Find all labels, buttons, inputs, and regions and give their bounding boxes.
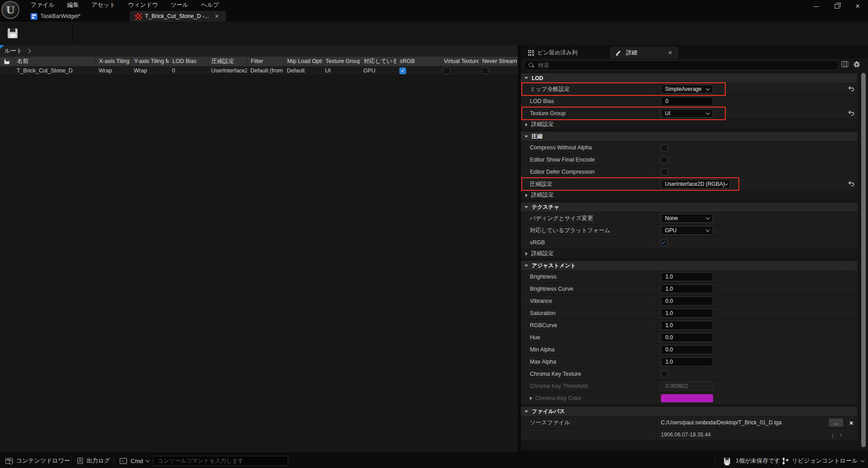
reset-column	[845, 142, 857, 153]
column-header[interactable]	[0, 57, 14, 66]
property-dropdown[interactable]: SimpleAverage	[661, 85, 713, 94]
restore-button[interactable]	[827, 0, 847, 13]
property-value: 1.0	[657, 356, 845, 368]
property-row: パディングとサイズ変更None	[521, 212, 857, 225]
table-row[interactable]: T_Brick_Cut_Stone_DWrapWrap0UserInterfac…	[0, 66, 518, 76]
column-header[interactable]: Y-axis Tiling Method	[131, 57, 169, 66]
console-command-input[interactable]	[153, 456, 288, 466]
advanced-settings-row[interactable]: 詳細設定	[521, 120, 857, 130]
close-button[interactable]: ×	[847, 0, 868, 13]
property-label-text: sRGB	[530, 239, 545, 246]
menu-item-5[interactable]: ヘルプ	[195, 0, 226, 10]
menu-item-0[interactable]: ファイル	[24, 0, 61, 10]
column-header[interactable]: Texture Group	[322, 57, 360, 66]
reset-to-default-button[interactable]	[848, 109, 854, 117]
property-dropdown[interactable]: UserInterface2D (RGBA)	[661, 180, 730, 189]
column-header[interactable]: Never Stream	[479, 57, 518, 66]
section-header-3[interactable]: アジャストメント	[521, 261, 857, 271]
property-input[interactable]: 0.0	[661, 333, 713, 342]
menu-item-1[interactable]: 編集	[61, 0, 85, 10]
checkbox-unchecked[interactable]	[661, 169, 668, 176]
revision-control-icon	[782, 458, 788, 464]
column-header[interactable]: 圧縮設定	[208, 57, 247, 66]
checkbox-unchecked[interactable]	[661, 157, 668, 163]
cmd-dropdown[interactable]: >_ Cmd	[120, 453, 149, 468]
column-header[interactable]: 対応しているプラットフォーム	[360, 57, 396, 66]
column-header[interactable]: LOD Bias	[169, 57, 208, 66]
section-header-0[interactable]: LOD	[521, 73, 857, 83]
details-properties: LODミップ全般設定SimpleAverageLOD Bias0Texture …	[521, 72, 857, 449]
menu-item-4[interactable]: ツール	[164, 0, 195, 10]
minimize-button[interactable]	[806, 0, 827, 13]
arrow-up-icon[interactable]: ↑	[840, 432, 843, 438]
property-dropdown[interactable]: UI	[661, 109, 713, 118]
tab-close-icon[interactable]: ×	[215, 13, 218, 20]
browse-button[interactable]: ...	[829, 418, 843, 427]
section-header-2[interactable]: テクスチャ	[521, 202, 857, 212]
section-header-1[interactable]: 圧縮	[521, 132, 857, 142]
property-input[interactable]: 1.0	[661, 272, 713, 281]
color-swatch[interactable]	[661, 394, 713, 402]
checkbox-unchecked[interactable]	[661, 371, 668, 378]
column-header[interactable]: X-axis Tiling Method	[95, 57, 131, 66]
reset-to-default-button[interactable]	[848, 180, 854, 188]
menu-item-3[interactable]: ウィンドウ	[122, 0, 164, 10]
advanced-settings-row[interactable]: 詳細設定	[521, 249, 857, 259]
asset-tab-bar: TaskBarWidget* T_Brick_Cut_Stone_D -... …	[0, 10, 868, 22]
unsaved-status-button[interactable]: 1個が未保存です	[722, 453, 780, 468]
save-button[interactable]	[5, 26, 20, 41]
clear-path-button[interactable]: ×	[850, 419, 854, 426]
property-input[interactable]: 0.0	[661, 345, 713, 354]
unreal-engine-logo[interactable]: U	[1, 1, 19, 19]
property-dropdown[interactable]: GPU	[661, 226, 713, 235]
property-label: Chroma Key Threshold	[521, 380, 657, 392]
property-input[interactable]: 0.0	[661, 297, 713, 306]
checkbox-checked[interactable]	[399, 68, 406, 74]
checkbox-unchecked[interactable]	[482, 68, 488, 74]
checkbox-unchecked[interactable]	[661, 144, 668, 151]
checkbox-unchecked[interactable]	[443, 68, 450, 74]
tab-taskbarwidget[interactable]: TaskBarWidget*	[25, 11, 86, 22]
property-input[interactable]: 1.0	[661, 309, 713, 318]
arrow-down-icon[interactable]: ↓	[831, 432, 834, 438]
search-box[interactable]	[524, 60, 839, 70]
scrollbar-track[interactable]	[861, 73, 866, 447]
expand-triangle-icon[interactable]	[530, 396, 532, 400]
property-row: Max Alpha1.0	[521, 356, 857, 368]
checkbox-checked[interactable]	[661, 239, 668, 246]
content-drawer-button[interactable]: コンテンツドロワー	[5, 453, 70, 468]
collapse-triangle-icon	[524, 206, 528, 208]
property-row: Min Alpha0.0	[521, 344, 857, 356]
reset-column	[845, 283, 857, 295]
property-label-text: パディングとサイズ変更	[530, 215, 593, 222]
advanced-settings-label: 詳細設定	[531, 191, 554, 199]
tab-texture-asset[interactable]: T_Brick_Cut_Stone_D -... ×	[130, 11, 226, 22]
property-input[interactable]: 1.0	[661, 321, 713, 330]
tab-pinned-columns[interactable]: ピン留め済み列	[522, 47, 584, 58]
tab-details[interactable]: 詳細 ×	[610, 47, 678, 58]
expand-triangle-icon	[525, 252, 528, 256]
property-input[interactable]: 1.0	[661, 284, 713, 293]
property-input[interactable]: 0	[661, 97, 713, 106]
advanced-settings-row[interactable]: 詳細設定	[521, 190, 857, 200]
chevron-down-icon	[146, 458, 149, 462]
scrollbar-thumb[interactable]	[861, 73, 866, 447]
search-input[interactable]	[538, 62, 834, 68]
revision-control-button[interactable]: リビジョンコントロール	[782, 453, 864, 468]
property-dropdown[interactable]: None	[661, 214, 713, 223]
column-header[interactable]: sRGB	[396, 57, 440, 66]
gear-icon[interactable]	[854, 61, 860, 68]
column-view-icon[interactable]	[841, 61, 848, 67]
tab-close-icon[interactable]: ×	[668, 49, 672, 56]
output-log-button[interactable]: 出力ログ	[77, 453, 110, 468]
column-header[interactable]: Filter	[247, 57, 284, 66]
section-header-4[interactable]: ファイルパス	[521, 407, 857, 417]
column-header[interactable]: Virtual Texture Streaming	[440, 57, 479, 66]
column-header[interactable]: 名前	[14, 57, 95, 66]
column-header[interactable]: Mip Load Options	[284, 57, 322, 66]
reset-to-default-button[interactable]	[848, 85, 854, 93]
breadcrumb-root[interactable]: ルート	[5, 47, 23, 55]
property-input[interactable]: 1.0	[661, 357, 713, 366]
menu-item-2[interactable]: アセット	[85, 0, 122, 10]
property-input: 0.003922	[661, 382, 713, 391]
